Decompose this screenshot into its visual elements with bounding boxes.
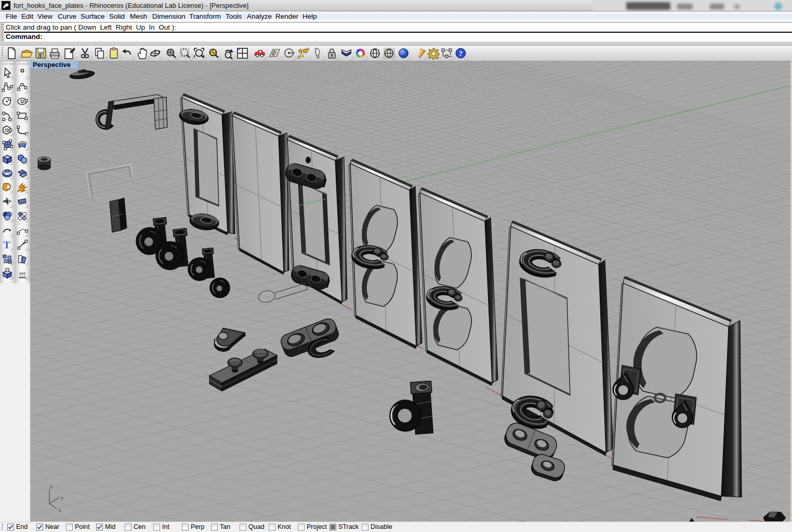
svg-text:z: z (50, 483, 52, 489)
svg-text:y: y (61, 495, 64, 501)
svg-text:T: T (4, 240, 10, 250)
svg-text:x: x (58, 507, 61, 513)
svg-text:?: ? (459, 49, 463, 58)
